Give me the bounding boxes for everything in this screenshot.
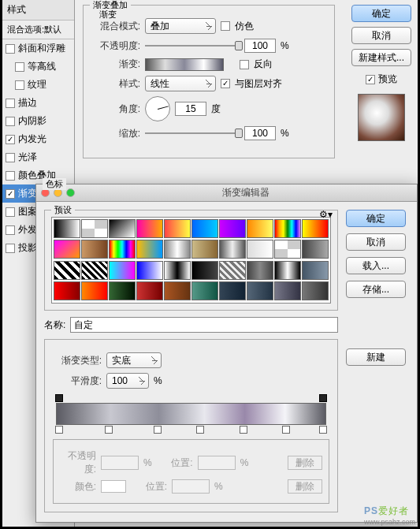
preset-swatch[interactable] [247, 261, 273, 280]
preset-swatch[interactable] [247, 281, 273, 300]
preset-swatch[interactable] [81, 240, 108, 259]
color-stop[interactable] [196, 426, 204, 434]
color-stop[interactable] [105, 426, 113, 434]
angle-input[interactable] [175, 102, 206, 116]
preset-swatch[interactable] [81, 219, 108, 238]
preset-swatch[interactable] [191, 261, 218, 280]
align-checkbox[interactable] [221, 79, 230, 88]
preset-swatch[interactable] [247, 219, 273, 238]
style-checkbox[interactable] [6, 153, 15, 162]
blend-mode-combo[interactable]: 叠加 [145, 18, 216, 34]
preset-swatch[interactable] [219, 219, 246, 238]
color-stop[interactable] [319, 426, 327, 434]
color-stop[interactable] [154, 426, 162, 434]
style-item[interactable]: 内发光 [2, 130, 74, 148]
preset-swatch[interactable] [247, 240, 273, 259]
style-checkbox[interactable] [6, 171, 15, 181]
style-label: 描边 [18, 96, 37, 110]
preview-checkbox[interactable] [366, 75, 375, 84]
preset-swatch[interactable] [191, 240, 218, 259]
preset-swatch[interactable] [302, 261, 329, 280]
opacity-slider[interactable] [145, 39, 240, 52]
style-item[interactable]: 描边 [2, 94, 74, 112]
style-checkbox[interactable] [6, 99, 15, 108]
preset-swatch[interactable] [219, 240, 246, 259]
preset-swatch[interactable] [109, 240, 136, 259]
preset-swatch[interactable] [302, 240, 329, 259]
scale-slider[interactable] [145, 127, 240, 140]
preset-swatch[interactable] [109, 281, 136, 300]
gradient-bar[interactable] [56, 403, 326, 425]
preset-swatch[interactable] [219, 261, 246, 280]
dither-checkbox[interactable] [221, 21, 230, 31]
color-stop[interactable] [240, 426, 247, 434]
style-checkbox[interactable] [6, 44, 15, 54]
opacity-input[interactable] [244, 39, 276, 53]
style-checkbox[interactable] [6, 117, 15, 126]
editor-cancel-button[interactable]: 取消 [346, 233, 406, 251]
preset-swatch[interactable] [191, 219, 218, 238]
editor-new-button[interactable]: 新建 [346, 348, 406, 366]
new-style-button[interactable]: 新建样式... [351, 49, 411, 66]
style-checkbox[interactable] [15, 80, 24, 90]
style-item[interactable]: 斜面和浮雕 [2, 39, 74, 58]
style-item[interactable]: 纹理 [2, 76, 74, 94]
blend-options[interactable]: 混合选项:默认 [2, 20, 74, 39]
editor-save-button[interactable]: 存储... [346, 281, 406, 298]
style-checkbox[interactable] [6, 244, 15, 253]
style-item[interactable]: 内阴影 [2, 112, 74, 130]
gradient-preview[interactable] [145, 58, 224, 71]
editor-ok-button[interactable]: 确定 [346, 210, 406, 227]
preset-swatch[interactable] [109, 261, 136, 280]
angle-dial[interactable] [145, 96, 170, 121]
preset-swatch[interactable] [191, 281, 218, 300]
preset-swatch[interactable] [81, 261, 108, 280]
style-item[interactable]: 光泽 [2, 148, 74, 166]
preset-swatch[interactable] [302, 281, 329, 300]
style-checkbox[interactable] [6, 225, 15, 235]
titlebar[interactable]: 渐变编辑器 [36, 184, 417, 202]
preset-swatch[interactable] [164, 219, 191, 238]
scale-input[interactable] [244, 126, 276, 140]
name-input[interactable] [70, 317, 338, 333]
reverse-checkbox[interactable] [240, 60, 249, 69]
preset-swatch[interactable] [274, 281, 301, 300]
preset-swatch[interactable] [274, 240, 301, 259]
zoom-icon[interactable] [66, 188, 75, 197]
preset-swatch[interactable] [54, 261, 80, 280]
cancel-button[interactable]: 取消 [351, 27, 411, 44]
preset-swatch[interactable] [164, 281, 191, 300]
opacity-label: 不透明度: [91, 39, 140, 53]
preset-swatch[interactable] [136, 261, 163, 280]
opacity-stop[interactable] [55, 394, 63, 402]
preset-swatch[interactable] [81, 281, 108, 300]
editor-load-button[interactable]: 载入... [346, 257, 406, 274]
preset-swatch[interactable] [274, 219, 301, 238]
preset-swatch[interactable] [302, 219, 329, 238]
preset-swatch[interactable] [164, 240, 191, 259]
color-stop[interactable] [282, 426, 290, 434]
ok-button[interactable]: 确定 [351, 5, 411, 22]
style-checkbox[interactable] [6, 135, 15, 144]
gear-icon[interactable]: ⚙▾ [319, 209, 333, 220]
type-combo[interactable]: 实底 [106, 352, 162, 368]
preset-swatch[interactable] [109, 219, 136, 238]
opacity-stop[interactable] [319, 394, 327, 402]
preset-swatch[interactable] [136, 281, 163, 300]
preset-swatch[interactable] [274, 261, 301, 280]
preset-swatch[interactable] [136, 219, 163, 238]
style-checkbox[interactable] [6, 207, 15, 217]
style-checkbox[interactable] [15, 62, 24, 72]
color-stop[interactable] [55, 426, 63, 434]
preset-swatch[interactable] [54, 219, 80, 238]
preset-swatch[interactable] [136, 240, 163, 259]
style-combo[interactable]: 线性 [145, 76, 216, 91]
preset-swatch[interactable] [54, 281, 80, 300]
preset-swatch[interactable] [219, 281, 246, 300]
preset-swatch[interactable] [164, 261, 191, 280]
preset-swatch[interactable] [54, 240, 80, 259]
style-checkbox[interactable] [6, 189, 15, 199]
style-item[interactable]: 等高线 [2, 58, 74, 76]
smooth-combo[interactable]: 100 [106, 373, 149, 389]
style-label: 光泽 [18, 151, 37, 164]
